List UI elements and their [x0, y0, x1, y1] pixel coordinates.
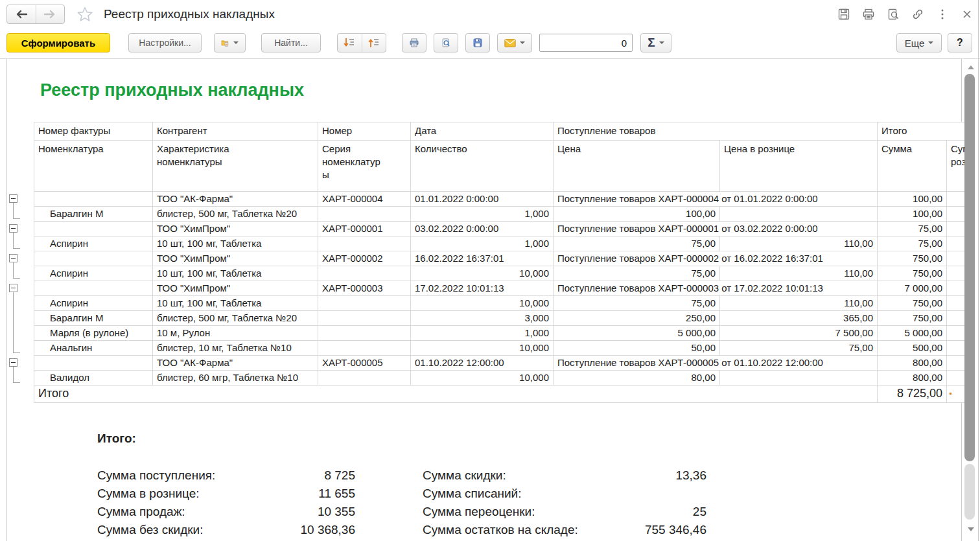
cell-sum[interactable]: 75,00: [878, 236, 947, 251]
cell-sum[interactable]: 750,00: [878, 296, 947, 311]
cell-characteristic[interactable]: блистер, 60 мгр, Таблетка №10: [153, 371, 318, 386]
cell-series[interactable]: [318, 371, 411, 386]
cell-price[interactable]: 75,00: [554, 266, 720, 281]
cell-invoice-number[interactable]: [34, 192, 153, 207]
cell-receipt-doc[interactable]: Поступление товаров ХАРТ-000004 от 01.01…: [554, 192, 878, 207]
send-mail-button[interactable]: [497, 33, 532, 52]
cell-number[interactable]: ХАРТ-000002: [318, 251, 411, 266]
cell-sum[interactable]: 750,00: [878, 251, 947, 266]
collapse-group-button[interactable]: [9, 358, 18, 367]
save-file-button[interactable]: [465, 33, 490, 52]
cell-characteristic[interactable]: блистер, 10 мг, Таблетка №10: [153, 341, 318, 356]
back-button[interactable]: [7, 5, 36, 23]
cell-nomenclature[interactable]: Анальгин: [34, 341, 153, 356]
cell-retail-sum[interactable]: [947, 326, 966, 341]
cell-sum[interactable]: 5 000,00: [878, 326, 947, 341]
forward-button[interactable]: [36, 5, 65, 23]
scrollbar-down-arrow[interactable]: [968, 527, 974, 531]
cell-retail-sum[interactable]: [947, 266, 966, 281]
cell-total-retail-sum[interactable]: [947, 386, 966, 403]
cell-sum[interactable]: 100,00: [878, 192, 947, 207]
collapse-group-button[interactable]: [9, 224, 18, 233]
cell-series[interactable]: [318, 266, 411, 281]
cell-price[interactable]: 5 000,00: [554, 326, 720, 341]
cell-retail-price[interactable]: 110,00: [720, 266, 878, 281]
cell-nomenclature[interactable]: Баралгин М: [34, 311, 153, 326]
cell-series[interactable]: [318, 236, 411, 251]
cell-sum[interactable]: 750,00: [878, 266, 947, 281]
cell-receipt-doc[interactable]: Поступление товаров ХАРТ-000001 от 03.02…: [554, 222, 878, 236]
cell-date[interactable]: 01.10.2022 12:00:00: [411, 356, 554, 371]
sum-button[interactable]: Σ: [640, 33, 671, 52]
cell-quantity[interactable]: 1,000: [411, 236, 554, 251]
cell-retail-sum[interactable]: [947, 251, 966, 266]
cell-nomenclature[interactable]: Аспирин: [34, 296, 153, 311]
cell-retail-sum[interactable]: [947, 371, 966, 386]
cell-sum[interactable]: 100,00: [878, 207, 947, 222]
cell-number[interactable]: ХАРТ-000004: [318, 192, 411, 207]
cell-retail-price[interactable]: 110,00: [720, 296, 878, 311]
expand-groups-button[interactable]: [338, 34, 362, 52]
cell-retail-sum[interactable]: [947, 281, 966, 296]
cell-retail-sum[interactable]: [947, 296, 966, 311]
cell-retail-sum[interactable]: [947, 192, 966, 207]
cell-date[interactable]: 17.02.2022 10:01:13: [411, 281, 554, 296]
cell-quantity[interactable]: 10,000: [411, 296, 554, 311]
cell-retail-sum[interactable]: [947, 207, 966, 222]
report-variants-button[interactable]: [214, 33, 246, 52]
cell-retail-sum[interactable]: [947, 341, 966, 356]
cell-retail-sum[interactable]: [947, 356, 966, 371]
print-button-header[interactable]: [861, 6, 876, 22]
cell-quantity[interactable]: 3,000: [411, 311, 554, 326]
cell-quantity[interactable]: 1,000: [411, 326, 554, 341]
settings-button[interactable]: Настройки...: [128, 33, 202, 52]
cell-sum[interactable]: 800,00: [878, 371, 947, 386]
cell-retail-sum[interactable]: [947, 222, 966, 236]
cell-contractor[interactable]: ТОО "АК-Фарма": [153, 192, 318, 207]
cell-price[interactable]: 100,00: [554, 207, 720, 222]
close-button[interactable]: [959, 6, 975, 22]
cell-contractor[interactable]: ТОО "ХимПром": [153, 281, 318, 296]
cell-sum[interactable]: 800,00: [878, 356, 947, 371]
collapse-group-button[interactable]: [9, 254, 18, 262]
cell-total-label[interactable]: Итого: [34, 386, 878, 403]
cell-number[interactable]: ХАРТ-000003: [318, 281, 411, 296]
cell-price[interactable]: 50,00: [554, 341, 720, 356]
cell-date[interactable]: 03.02.2022 0:00:00: [411, 222, 554, 236]
cell-retail-price[interactable]: 365,00: [720, 311, 878, 326]
cell-retail-price[interactable]: [720, 371, 878, 386]
cell-date[interactable]: 16.02.2022 16:37:01: [411, 251, 554, 266]
more-button[interactable]: Еще: [896, 33, 942, 52]
cell-nomenclature[interactable]: Марля (в рулоне): [34, 326, 153, 341]
cell-series[interactable]: [318, 296, 411, 311]
cell-series[interactable]: [318, 207, 411, 222]
cell-nomenclature[interactable]: Аспирин: [34, 266, 153, 281]
cell-retail-sum[interactable]: [947, 311, 966, 326]
find-button[interactable]: Найти...: [261, 33, 321, 52]
get-link-button[interactable]: [910, 6, 926, 22]
cell-receipt-doc[interactable]: Поступление товаров ХАРТ-000005 от 01.10…: [554, 356, 878, 371]
cell-contractor[interactable]: ТОО "ХимПром": [153, 251, 318, 266]
cell-quantity[interactable]: 10,000: [411, 266, 554, 281]
more-menu-button-header[interactable]: [935, 6, 950, 22]
cell-characteristic[interactable]: блистер, 500 мг, Таблетка №20: [153, 207, 318, 222]
cell-sum[interactable]: 750,00: [878, 311, 947, 326]
autosum-field[interactable]: [539, 34, 633, 52]
collapse-groups-button[interactable]: [362, 34, 386, 52]
cell-characteristic[interactable]: 10 м, Рулон: [153, 326, 318, 341]
cell-total-sum[interactable]: 8 725,00: [878, 386, 947, 403]
cell-number[interactable]: ХАРТ-000001: [318, 222, 411, 236]
cell-quantity[interactable]: 10,000: [411, 371, 554, 386]
cell-series[interactable]: [318, 341, 411, 356]
cell-price[interactable]: 75,00: [554, 236, 720, 251]
cell-retail-price[interactable]: 110,00: [720, 236, 878, 251]
cell-date[interactable]: 01.01.2022 0:00:00: [411, 192, 554, 207]
cell-invoice-number[interactable]: [34, 356, 153, 371]
scrollbar-track[interactable]: [964, 464, 975, 520]
preview-button-header[interactable]: [885, 6, 901, 22]
cell-receipt-doc[interactable]: Поступление товаров ХАРТ-000003 от 17.02…: [554, 281, 878, 296]
cell-quantity[interactable]: 1,000: [411, 207, 554, 222]
cell-quantity[interactable]: 10,000: [411, 341, 554, 356]
cell-sum[interactable]: 75,00: [878, 222, 947, 236]
collapse-group-button[interactable]: [9, 284, 18, 292]
